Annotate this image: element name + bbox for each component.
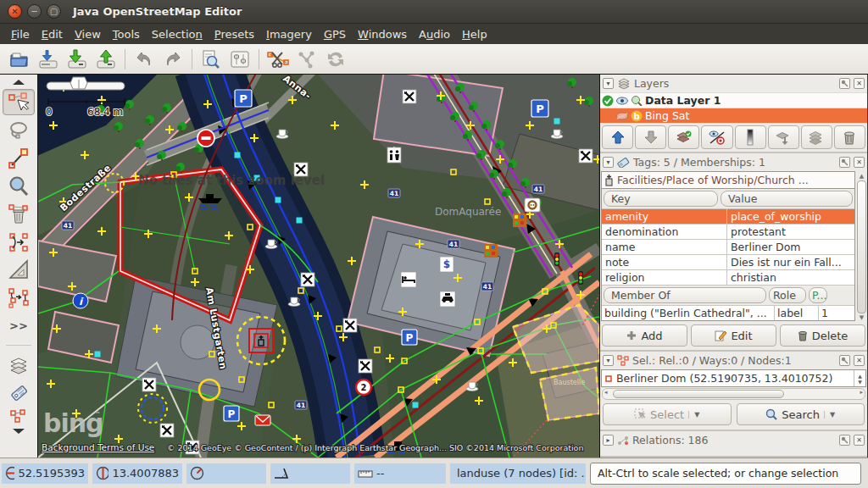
preferences-button[interactable] [225, 47, 254, 72]
collapse-icon[interactable]: ▾ [603, 78, 614, 89]
more-tools-button[interactable]: >> [3, 313, 35, 339]
eye-icon[interactable] [616, 97, 628, 105]
layer-opacity-button[interactable] [735, 125, 766, 149]
selection-list-item[interactable]: Berliner Dom (52.5190735, 13.4010752) ▲▼ [601, 369, 866, 387]
refresh-button[interactable] [321, 47, 350, 72]
tag-row[interactable]: nameBerliner Dom [602, 239, 854, 254]
selection-hscrollbar[interactable]: ◂▸ [602, 388, 865, 400]
close-icon[interactable]: ✕ [854, 435, 865, 446]
layer-row-data[interactable]: Data Layer 1 [600, 92, 867, 108]
member-of-header[interactable]: Member Of [604, 287, 766, 303]
zoom-tool[interactable] [3, 173, 35, 199]
download-osm-button[interactable] [34, 47, 63, 72]
duplicate-layer-button[interactable] [801, 125, 832, 149]
pin-icon[interactable] [839, 157, 850, 168]
latitude-field: 52.5195393 [2, 463, 88, 484]
search-preferences-button[interactable] [197, 47, 225, 72]
menu-view[interactable]: View [69, 26, 107, 42]
menu-help[interactable]: Help [456, 26, 493, 42]
menu-selection[interactable]: Selection [146, 26, 209, 42]
tools-scroll-up-icon[interactable] [3, 77, 35, 87]
menu-windows[interactable]: Windows [352, 26, 413, 42]
tag-row[interactable]: noteDies ist nur ein Fall... [602, 254, 854, 269]
parallel-way-tool[interactable] [3, 285, 35, 311]
combine-way-button[interactable] [292, 47, 321, 72]
edit-tag-button[interactable]: Edit [691, 324, 776, 347]
move-layer-up-button[interactable] [602, 125, 633, 149]
svg-text:0: 0 [46, 106, 53, 118]
status-bar: 52.5195393 13.4007883 -- landuse (7 node… [0, 458, 868, 488]
wc-icon [387, 147, 401, 163]
expand-icon[interactable]: ▸ [603, 435, 614, 446]
minimize-icon[interactable]: ─ [27, 4, 42, 19]
key-column-header[interactable]: Key [604, 191, 718, 207]
value-column-header[interactable]: Value [721, 191, 853, 207]
menu-edit[interactable]: Edit [36, 26, 69, 42]
delete-tag-button[interactable]: Delete [780, 324, 865, 347]
split-way-button[interactable] [264, 47, 292, 72]
terms-of-use-link[interactable]: Background Terms of Use [42, 442, 154, 452]
collapse-icon[interactable]: ▾ [603, 355, 614, 366]
delete-tool[interactable] [3, 201, 35, 227]
tags-panel-toggle[interactable] [3, 380, 35, 406]
add-tag-button[interactable]: Add [602, 324, 687, 347]
collapse-icon[interactable]: ▾ [603, 157, 614, 168]
distance-field: -- [354, 463, 446, 484]
select-move-tool[interactable] [3, 89, 35, 115]
maximize-icon[interactable]: ▢ [47, 4, 61, 19]
close-icon[interactable]: ✕ [854, 157, 865, 168]
map-canvas[interactable]: P P P P 41 41 41 41 41 41 [38, 75, 599, 458]
tag-row[interactable]: religionchristian [602, 269, 854, 285]
search-button[interactable]: Search ▼ [737, 403, 865, 425]
menu-tools[interactable]: Tools [107, 26, 146, 42]
layers-panel-toggle[interactable] [3, 352, 35, 378]
tools-scroll-down-icon[interactable] [3, 426, 35, 436]
preset-link[interactable]: Facilities/Place of Worship/Church ... [601, 171, 855, 188]
delete-layer-button[interactable] [834, 125, 865, 149]
membership-row[interactable]: building ("Berlin Cathedral", ... label … [602, 305, 854, 320]
panel-title: Layers [634, 77, 836, 90]
menu-gps[interactable]: GPS [318, 26, 352, 42]
merge-nodes-tool[interactable] [3, 229, 35, 255]
extrude-tool[interactable] [3, 257, 35, 283]
close-icon[interactable]: ✕ [854, 78, 865, 89]
tag-row[interactable]: denominationprotestant [602, 224, 854, 239]
show-hide-layer-button[interactable] [701, 125, 732, 149]
eye-off-icon[interactable] [616, 112, 628, 120]
draw-node-tool[interactable] [3, 145, 35, 171]
menu-file[interactable]: File [5, 26, 36, 42]
menu-imagery[interactable]: Imagery [260, 26, 318, 42]
redo-button[interactable] [159, 47, 187, 72]
upload-button[interactable] [92, 47, 120, 72]
position-header[interactable]: P... [809, 287, 827, 303]
search-icon [765, 408, 777, 420]
menu-presets[interactable]: Presets [209, 26, 260, 42]
close-icon[interactable]: ✕ [854, 355, 865, 366]
list-spinner[interactable]: ▲▼ [854, 370, 865, 386]
move-layer-down-button[interactable] [635, 125, 666, 149]
lasso-tool[interactable] [3, 117, 35, 143]
svg-text:68.4 m: 68.4 m [87, 106, 123, 118]
tags-scrollbar[interactable]: ▲ ▼ [856, 171, 867, 321]
relations-icon [617, 435, 629, 446]
pin-icon[interactable] [839, 78, 850, 89]
pin-icon[interactable] [839, 355, 850, 366]
layer-row-bing[interactable]: b Bing Sat [600, 108, 867, 123]
heading-icon [190, 466, 204, 480]
pin-icon[interactable] [839, 435, 850, 446]
close-icon[interactable]: ✕ [8, 4, 22, 19]
merge-layer-down-button[interactable] [768, 125, 799, 149]
undo-button[interactable] [130, 47, 159, 72]
selection-panel-toggle[interactable] [3, 408, 35, 424]
open-button[interactable] [5, 47, 34, 72]
activate-layer-button[interactable] [668, 125, 699, 149]
object-info-field: landuse (7 nodes) [id: ... [450, 463, 586, 484]
role-header[interactable]: Role [769, 287, 806, 303]
svg-text:$: $ [443, 258, 450, 270]
menu-audio[interactable]: Audio [413, 26, 456, 42]
select-button[interactable]: Select ▼ [603, 403, 732, 425]
parking-icon: P [228, 408, 236, 420]
download-data-button[interactable] [63, 47, 92, 72]
panel-title: Tags: 5 / Memberships: 1 [633, 156, 836, 169]
tag-row[interactable]: amenityplace_of_worship [602, 208, 854, 224]
